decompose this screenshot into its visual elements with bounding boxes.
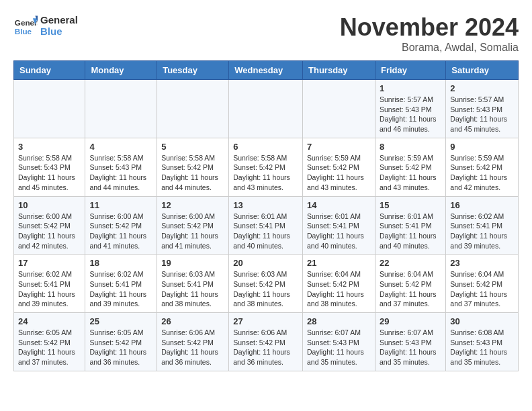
calendar-cell: 20Sunrise: 6:03 AM Sunset: 5:42 PM Dayli… — [229, 255, 303, 313]
calendar-cell: 6Sunrise: 5:58 AM Sunset: 5:42 PM Daylig… — [229, 138, 303, 196]
day-info: Sunrise: 6:07 AM Sunset: 5:43 PM Dayligh… — [380, 328, 441, 367]
day-info: Sunrise: 5:57 AM Sunset: 5:43 PM Dayligh… — [450, 95, 514, 134]
day-info: Sunrise: 6:01 AM Sunset: 5:41 PM Dayligh… — [380, 212, 441, 251]
calendar-cell: 19Sunrise: 6:03 AM Sunset: 5:41 PM Dayli… — [157, 255, 229, 313]
calendar-cell: 5Sunrise: 5:58 AM Sunset: 5:42 PM Daylig… — [157, 138, 229, 196]
day-number: 18 — [89, 258, 152, 268]
day-info: Sunrise: 6:08 AM Sunset: 5:43 PM Dayligh… — [450, 328, 514, 367]
logo-blue: Blue — [40, 26, 78, 37]
day-info: Sunrise: 6:05 AM Sunset: 5:42 PM Dayligh… — [18, 328, 81, 367]
day-info: Sunrise: 5:58 AM Sunset: 5:42 PM Dayligh… — [233, 153, 298, 193]
title-section: November 2024 Borama, Awdal, Somalia — [340, 13, 519, 54]
calendar-cell: 16Sunrise: 6:02 AM Sunset: 5:41 PM Dayli… — [446, 196, 519, 255]
logo-general: General — [40, 14, 78, 26]
day-number: 29 — [380, 316, 441, 326]
calendar-cell: 2Sunrise: 5:57 AM Sunset: 5:43 PM Daylig… — [446, 80, 519, 138]
day-info: Sunrise: 5:57 AM Sunset: 5:43 PM Dayligh… — [380, 95, 441, 134]
calendar-cell: 13Sunrise: 6:01 AM Sunset: 5:41 PM Dayli… — [229, 196, 303, 255]
calendar-cell: 26Sunrise: 6:06 AM Sunset: 5:42 PM Dayli… — [157, 313, 229, 371]
day-number: 2 — [450, 83, 514, 93]
calendar-cell: 9Sunrise: 5:59 AM Sunset: 5:42 PM Daylig… — [446, 138, 519, 196]
day-number: 8 — [380, 142, 441, 152]
page-header: General Blue General Blue November 2024 … — [13, 13, 519, 54]
day-number: 24 — [18, 316, 81, 326]
calendar-cell: 21Sunrise: 6:04 AM Sunset: 5:42 PM Dayli… — [303, 255, 375, 313]
location: Borama, Awdal, Somalia — [340, 42, 519, 54]
calendar-cell: 10Sunrise: 6:00 AM Sunset: 5:42 PM Dayli… — [14, 196, 85, 255]
day-info: Sunrise: 5:59 AM Sunset: 5:42 PM Dayligh… — [380, 153, 441, 193]
svg-text:Blue: Blue — [15, 27, 32, 36]
day-info: Sunrise: 5:58 AM Sunset: 5:43 PM Dayligh… — [18, 153, 81, 193]
day-info: Sunrise: 6:04 AM Sunset: 5:42 PM Dayligh… — [380, 269, 441, 309]
weekday-header-friday: Friday — [375, 61, 445, 80]
day-number: 16 — [450, 200, 514, 210]
month-title: November 2024 — [340, 13, 519, 42]
day-number: 26 — [161, 316, 224, 326]
weekday-header-tuesday: Tuesday — [157, 61, 229, 80]
day-info: Sunrise: 6:03 AM Sunset: 5:41 PM Dayligh… — [161, 269, 224, 309]
day-info: Sunrise: 6:06 AM Sunset: 5:42 PM Dayligh… — [161, 328, 224, 367]
calendar-table: SundayMondayTuesdayWednesdayThursdayFrid… — [13, 60, 519, 371]
day-info: Sunrise: 6:06 AM Sunset: 5:42 PM Dayligh… — [233, 328, 298, 367]
day-number: 25 — [89, 316, 152, 326]
calendar-week-3: 10Sunrise: 6:00 AM Sunset: 5:42 PM Dayli… — [14, 196, 519, 255]
day-number: 5 — [161, 142, 224, 152]
day-info: Sunrise: 6:02 AM Sunset: 5:41 PM Dayligh… — [18, 269, 81, 309]
calendar-cell — [14, 80, 85, 138]
day-number: 17 — [18, 258, 81, 268]
day-info: Sunrise: 5:59 AM Sunset: 5:42 PM Dayligh… — [307, 153, 371, 193]
day-info: Sunrise: 6:04 AM Sunset: 5:42 PM Dayligh… — [450, 269, 514, 309]
calendar-week-2: 3Sunrise: 5:58 AM Sunset: 5:43 PM Daylig… — [14, 138, 519, 196]
calendar-cell: 28Sunrise: 6:07 AM Sunset: 5:43 PM Dayli… — [303, 313, 375, 371]
day-info: Sunrise: 6:01 AM Sunset: 5:41 PM Dayligh… — [233, 212, 298, 251]
calendar-cell: 14Sunrise: 6:01 AM Sunset: 5:41 PM Dayli… — [303, 196, 375, 255]
calendar-cell: 7Sunrise: 5:59 AM Sunset: 5:42 PM Daylig… — [303, 138, 375, 196]
day-info: Sunrise: 6:00 AM Sunset: 5:42 PM Dayligh… — [89, 212, 152, 251]
day-info: Sunrise: 6:00 AM Sunset: 5:42 PM Dayligh… — [18, 212, 81, 251]
calendar-cell: 1Sunrise: 5:57 AM Sunset: 5:43 PM Daylig… — [375, 80, 445, 138]
day-info: Sunrise: 6:05 AM Sunset: 5:42 PM Dayligh… — [89, 328, 152, 367]
day-info: Sunrise: 6:02 AM Sunset: 5:41 PM Dayligh… — [450, 212, 514, 251]
day-number: 1 — [380, 83, 441, 93]
day-info: Sunrise: 6:07 AM Sunset: 5:43 PM Dayligh… — [307, 328, 371, 367]
day-number: 14 — [307, 200, 371, 210]
calendar-cell: 4Sunrise: 5:58 AM Sunset: 5:43 PM Daylig… — [85, 138, 157, 196]
day-info: Sunrise: 6:02 AM Sunset: 5:41 PM Dayligh… — [89, 269, 152, 309]
logo-icon: General Blue — [13, 13, 38, 38]
weekday-header-monday: Monday — [85, 61, 157, 80]
calendar-cell: 24Sunrise: 6:05 AM Sunset: 5:42 PM Dayli… — [14, 313, 85, 371]
calendar-cell: 15Sunrise: 6:01 AM Sunset: 5:41 PM Dayli… — [375, 196, 445, 255]
calendar-header-row: SundayMondayTuesdayWednesdayThursdayFrid… — [14, 61, 519, 80]
day-info: Sunrise: 6:00 AM Sunset: 5:42 PM Dayligh… — [161, 212, 224, 251]
calendar-cell: 30Sunrise: 6:08 AM Sunset: 5:43 PM Dayli… — [446, 313, 519, 371]
day-number: 20 — [233, 258, 298, 268]
day-info: Sunrise: 5:58 AM Sunset: 5:42 PM Dayligh… — [161, 153, 224, 193]
day-info: Sunrise: 6:03 AM Sunset: 5:42 PM Dayligh… — [233, 269, 298, 309]
day-number: 4 — [89, 142, 152, 152]
calendar-cell: 12Sunrise: 6:00 AM Sunset: 5:42 PM Dayli… — [157, 196, 229, 255]
weekday-header-thursday: Thursday — [303, 61, 375, 80]
calendar-cell — [303, 80, 375, 138]
calendar-cell: 11Sunrise: 6:00 AM Sunset: 5:42 PM Dayli… — [85, 196, 157, 255]
day-number: 10 — [18, 200, 81, 210]
day-number: 21 — [307, 258, 371, 268]
day-number: 27 — [233, 316, 298, 326]
calendar-cell: 22Sunrise: 6:04 AM Sunset: 5:42 PM Dayli… — [375, 255, 445, 313]
day-number: 11 — [89, 200, 152, 210]
calendar-cell: 29Sunrise: 6:07 AM Sunset: 5:43 PM Dayli… — [375, 313, 445, 371]
day-info: Sunrise: 6:04 AM Sunset: 5:42 PM Dayligh… — [307, 269, 371, 309]
calendar-cell: 8Sunrise: 5:59 AM Sunset: 5:42 PM Daylig… — [375, 138, 445, 196]
calendar-cell: 23Sunrise: 6:04 AM Sunset: 5:42 PM Dayli… — [446, 255, 519, 313]
day-number: 12 — [161, 200, 224, 210]
weekday-header-wednesday: Wednesday — [229, 61, 303, 80]
calendar-cell: 27Sunrise: 6:06 AM Sunset: 5:42 PM Dayli… — [229, 313, 303, 371]
day-number: 7 — [307, 142, 371, 152]
calendar-week-5: 24Sunrise: 6:05 AM Sunset: 5:42 PM Dayli… — [14, 313, 519, 371]
weekday-header-sunday: Sunday — [14, 61, 85, 80]
calendar-week-1: 1Sunrise: 5:57 AM Sunset: 5:43 PM Daylig… — [14, 80, 519, 138]
logo: General Blue General Blue — [13, 13, 78, 38]
day-number: 22 — [380, 258, 441, 268]
calendar-cell: 17Sunrise: 6:02 AM Sunset: 5:41 PM Dayli… — [14, 255, 85, 313]
day-info: Sunrise: 5:58 AM Sunset: 5:43 PM Dayligh… — [89, 153, 152, 193]
day-info: Sunrise: 6:01 AM Sunset: 5:41 PM Dayligh… — [307, 212, 371, 251]
